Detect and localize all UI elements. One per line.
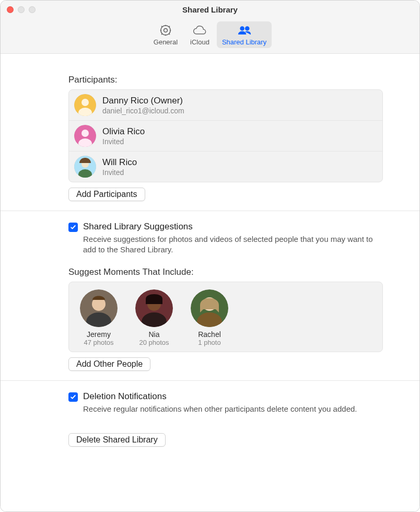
participant-sub: Invited: [102, 168, 137, 177]
participants-heading: Participants:: [68, 75, 383, 85]
suggested-people-list: Jeremy 47 photos Nia 20 photos Rachel 1 …: [68, 282, 383, 352]
people-icon: [237, 24, 252, 37]
participant-sub: Invited: [102, 137, 145, 146]
preferences-tabs: General iCloud Shared Library: [1, 18, 419, 54]
svg-point-2: [240, 27, 244, 30]
avatar: [74, 125, 96, 147]
svg-point-5: [81, 99, 89, 106]
avatar: [74, 156, 96, 178]
tab-label-general: General: [154, 38, 178, 46]
deletion-notifications-checkbox[interactable]: [68, 392, 78, 402]
suggestions-section: Shared Library Suggestions Receive sugge…: [1, 211, 419, 380]
tab-label-shared-library: Shared Library: [222, 38, 266, 46]
person-name: Jeremy: [87, 330, 111, 339]
cloud-icon: [192, 24, 207, 37]
moments-heading: Suggest Moments That Include:: [68, 267, 383, 277]
suggestions-checkbox[interactable]: [68, 223, 78, 232]
tab-shared-library[interactable]: Shared Library: [217, 21, 272, 48]
gear-icon: [158, 24, 173, 37]
participant-name: Will Rico: [102, 157, 137, 168]
add-other-people-button[interactable]: Add Other People: [68, 357, 150, 371]
participant-row[interactable]: Olivia Rico Invited: [69, 120, 382, 151]
svg-point-0: [164, 29, 167, 32]
svg-point-8: [81, 130, 89, 137]
participant-row[interactable]: Danny Rico (Owner) daniel_rico1@icloud.c…: [69, 90, 382, 120]
suggestions-checkbox-label: Shared Library Suggestions: [83, 222, 383, 232]
preferences-window: Shared Library General iCloud: [0, 0, 420, 512]
suggestions-description: Receive suggestions for photos and video…: [83, 234, 383, 255]
person-count: 47 photos: [84, 339, 113, 346]
tab-icloud[interactable]: iCloud: [185, 21, 215, 48]
suggested-person[interactable]: Rachel 1 photo: [187, 289, 232, 346]
participant-name: Olivia Rico: [102, 126, 145, 137]
person-face-icon: [80, 289, 118, 327]
avatar: [74, 94, 96, 116]
person-count: 20 photos: [139, 339, 169, 346]
deletion-description: Receive regular notifications when other…: [83, 404, 357, 414]
suggested-person[interactable]: Nia 20 photos: [132, 289, 177, 346]
person-face-icon: [135, 289, 173, 327]
participants-list: Danny Rico (Owner) daniel_rico1@icloud.c…: [68, 89, 383, 182]
person-count: 1 photo: [198, 339, 220, 346]
suggested-person[interactable]: Jeremy 47 photos: [76, 289, 121, 346]
participant-row[interactable]: Will Rico Invited: [69, 151, 382, 182]
svg-point-3: [245, 27, 249, 30]
tab-general[interactable]: General: [148, 21, 183, 48]
svg-point-1: [161, 26, 170, 35]
person-name: Nia: [148, 330, 159, 339]
delete-shared-library-button[interactable]: Delete Shared Library: [68, 433, 166, 447]
titlebar: Shared Library: [1, 1, 419, 18]
person-face-icon: [191, 289, 228, 327]
content-area: Participants: Danny Rico (Owner) daniel_…: [1, 54, 419, 511]
window-title: Shared Library: [1, 5, 419, 14]
deletion-section: Deletion Notifications Receive regular n…: [1, 380, 419, 456]
participant-sub: daniel_rico1@icloud.com: [102, 107, 184, 115]
deletion-checkbox-label: Deletion Notifications: [83, 391, 357, 402]
person-name: Rachel: [198, 330, 221, 339]
participant-name: Danny Rico (Owner): [102, 96, 184, 106]
add-participants-button[interactable]: Add Participants: [68, 188, 145, 201]
tab-label-icloud: iCloud: [190, 38, 209, 46]
participants-section: Participants: Danny Rico (Owner) daniel_…: [1, 64, 419, 211]
